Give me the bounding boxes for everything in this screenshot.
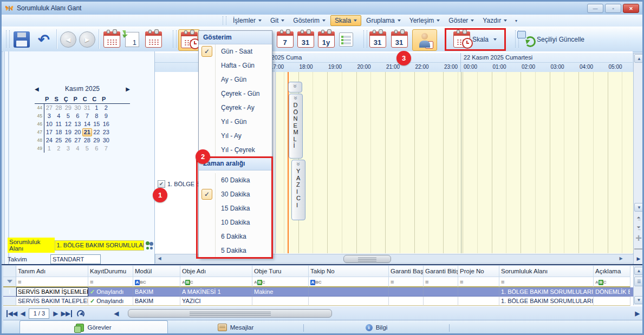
gosterim-dropdown-button[interactable] xyxy=(178,29,200,51)
scrollbar-thumb[interactable] xyxy=(343,255,391,263)
scroll-right-icon[interactable]: ▶ xyxy=(635,310,640,317)
calendar-day[interactable]: 27 xyxy=(44,104,54,112)
calendar-day[interactable]: 4 xyxy=(54,112,64,120)
menubar-grip[interactable] xyxy=(223,16,226,24)
last-page-icon[interactable]: ▶▶ xyxy=(61,310,72,317)
filter-cell[interactable]: ABC xyxy=(309,277,389,287)
column-header[interactable]: Garanti Bitiş xyxy=(424,266,458,277)
calendar-day[interactable]: 3 xyxy=(63,144,73,153)
calendar-day[interactable]: 30 xyxy=(73,104,83,112)
person-calendar-button[interactable]: 31 xyxy=(388,29,410,50)
undo-button[interactable]: ↶ xyxy=(34,29,54,50)
calendar-day[interactable]: 10 xyxy=(44,120,54,128)
filter-cell[interactable]: = xyxy=(389,277,424,287)
tab-bilgi[interactable]: i Bilgi xyxy=(304,321,449,334)
toolbar-grip[interactable] xyxy=(173,30,177,48)
resource-view-button[interactable]: 1 xyxy=(412,29,437,51)
calendar-day[interactable]: 7 xyxy=(101,144,111,153)
filter-cell[interactable]: = xyxy=(16,277,88,287)
grid-vscrollbar[interactable]: ▲ ☰ ▼ xyxy=(633,266,644,305)
filter-cell[interactable]: ABC xyxy=(133,277,180,287)
month-view-button[interactable]: 31 xyxy=(296,29,315,50)
column-header[interactable]: Açıklama xyxy=(594,266,630,277)
calendar-day[interactable]: 7 xyxy=(82,112,92,120)
menu-item--eyrek-g-n[interactable]: Çeyrek - Gün xyxy=(199,87,272,101)
menu-göster[interactable]: Göster xyxy=(445,16,478,25)
calendar-day[interactable]: 4 xyxy=(73,144,83,153)
menu-gösterim[interactable]: Gösterim xyxy=(289,16,329,25)
list-view-button[interactable] xyxy=(337,29,355,50)
prev-page-icon[interactable]: ◀ xyxy=(21,310,25,317)
people-icon[interactable] xyxy=(145,241,154,249)
toolbar-grip[interactable] xyxy=(363,30,367,48)
day-calendar-button[interactable]: 31 xyxy=(368,29,387,50)
checked-checkbox-icon[interactable]: ✔ xyxy=(158,180,165,188)
column-header[interactable]: Obje Adı xyxy=(180,266,252,277)
menu-i̇şlemler[interactable]: İşlemler xyxy=(229,16,265,25)
menu-item-hafta-g-n[interactable]: Hafta - Gün xyxy=(199,58,272,73)
calendar-day[interactable]: 19 xyxy=(63,128,73,136)
table-cell[interactable]: ✓Onaylandı xyxy=(88,287,133,297)
calendar-day[interactable]: 5 xyxy=(82,144,92,153)
gantt-vscrollbar[interactable]: ▲ ▼ ⏶̲ ⏷̲ + — ▶ xyxy=(633,53,644,265)
calendar-day-selected[interactable]: 21 xyxy=(82,128,92,136)
filter-cell[interactable]: = xyxy=(458,277,499,287)
collapsed-task-bar[interactable]: » xyxy=(288,82,302,93)
calendar-day[interactable]: 13 xyxy=(73,120,83,128)
task-bar-donemli[interactable]: » DÖNEMLİ xyxy=(289,94,303,159)
table-cell[interactable] xyxy=(458,287,499,297)
menu-yazdır[interactable]: Yazdır xyxy=(479,16,511,25)
table-cell[interactable]: SERVİS BAKIM TALEPLERİ xyxy=(16,297,88,306)
table-cell[interactable]: DÖNEMLİK BAKIM xyxy=(594,287,630,297)
scroll-left-icon[interactable]: ◀ xyxy=(156,255,163,262)
calendar-prev-icon[interactable]: ◀ xyxy=(35,86,39,92)
year-view-button[interactable]: 1y xyxy=(316,29,336,50)
next-page-icon[interactable]: ▶ xyxy=(53,310,57,317)
calendar-day[interactable]: 18 xyxy=(54,128,64,136)
responsibility-value[interactable]: 1. BÖLGE BAKIM SORUMLULARI xyxy=(55,240,145,251)
calendar-day[interactable]: 25 xyxy=(54,136,64,144)
menu-item-y-l-g-n[interactable]: Yıl - Gün xyxy=(199,115,272,129)
calendar-day[interactable]: 15 xyxy=(92,120,102,128)
calendar-day[interactable]: 8 xyxy=(92,112,102,120)
column-header[interactable]: Sorumluluk Alanı xyxy=(499,266,594,277)
tab-mesajlar[interactable]: Mesajlar xyxy=(168,321,303,334)
calendar-day[interactable]: 28 xyxy=(82,136,92,144)
menu-item--eyrek-ay[interactable]: Çeyrek - Ay xyxy=(199,101,272,115)
panel-splitter[interactable] xyxy=(4,51,9,265)
table-cell[interactable]: SERVİS BAKIM İŞLEMLERİ xyxy=(16,287,88,297)
filter-cell[interactable]: = xyxy=(88,277,133,287)
scroll-up-icon[interactable]: ▲ xyxy=(634,267,643,275)
table-cell[interactable] xyxy=(424,297,458,306)
table-cell[interactable] xyxy=(458,297,499,306)
column-header[interactable]: Tanım Adı xyxy=(16,266,88,277)
calendar-day[interactable]: 24 xyxy=(44,136,54,144)
calendar-day[interactable]: 28 xyxy=(54,104,64,112)
goto-date-button[interactable] xyxy=(102,29,121,50)
table-cell[interactable]: BAKIM xyxy=(133,287,180,297)
calendar-day[interactable]: 30 xyxy=(101,136,111,144)
calendar-day[interactable]: 16 xyxy=(101,120,111,128)
table-cell[interactable]: A MAKİNESİ 1 xyxy=(180,287,252,297)
calendar-day[interactable]: 1 xyxy=(92,104,102,112)
calendar-day[interactable]: 23 xyxy=(101,128,111,136)
scroll-left-icon[interactable]: ◀ xyxy=(114,310,119,317)
task-bar-yazici[interactable]: » YAZICI xyxy=(291,160,305,220)
calendar-day[interactable]: 29 xyxy=(63,104,73,112)
table-cell[interactable]: 1. BÖLGE BAKIM SORUMLULARI xyxy=(499,297,594,306)
calendar-day[interactable]: 27 xyxy=(73,136,83,144)
table-cell[interactable] xyxy=(252,297,309,306)
table-row[interactable]: ISERVİS BAKIM İŞLEMLERİ✓OnaylandıBAKIMA … xyxy=(3,287,644,297)
calendar-day[interactable]: 6 xyxy=(73,112,83,120)
scroll-right-icon[interactable]: ▶ xyxy=(617,255,625,262)
calendar-day[interactable]: 26 xyxy=(63,136,73,144)
restore-button[interactable]: ▫ xyxy=(605,4,621,13)
menu-git[interactable]: Git xyxy=(266,16,288,25)
save-button[interactable] xyxy=(11,29,32,50)
collapse-top-icon[interactable]: ⏶̲ xyxy=(634,214,643,221)
table-cell[interactable]: Makine xyxy=(252,287,309,297)
calendar-day[interactable]: 3 xyxy=(44,112,54,120)
scroll-down-icon[interactable]: ▼ xyxy=(634,203,644,212)
zoom-out-icon[interactable]: — xyxy=(634,245,643,253)
scrollbar-thumb[interactable] xyxy=(128,309,332,318)
